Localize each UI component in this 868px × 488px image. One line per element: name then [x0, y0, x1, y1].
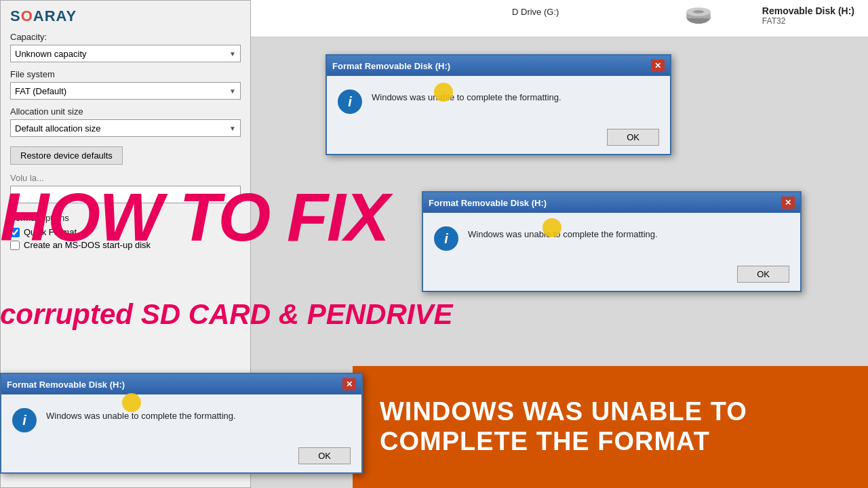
- dialog-3: Format Removable Disk (H:) ✕ i Windows w…: [0, 373, 363, 474]
- corrupted-text: corrupted SD CARD & PENDRIVE: [0, 298, 452, 331]
- banner-text: WINDOWS WAS UNABLE TO COMPLETE THE FORMA…: [380, 397, 747, 456]
- dialog-2-footer: OK: [423, 260, 800, 291]
- dialog-1-message: Windows was unable to complete the forma…: [372, 89, 561, 102]
- dialog-3-ok-button[interactable]: OK: [298, 447, 351, 464]
- svg-point-3: [693, 10, 704, 14]
- banner-line2: COMPLETE THE FORMAT: [380, 427, 710, 455]
- capacity-dropdown[interactable]: Unknown capacity ▼: [10, 45, 241, 62]
- cursor-2: [542, 218, 561, 237]
- dialog-2-close-button[interactable]: ✕: [781, 197, 795, 209]
- dialog-1-footer: OK: [327, 123, 670, 154]
- disk-icon: [685, 7, 712, 27]
- dialog-2-info-icon: i: [434, 226, 458, 251]
- filesystem-dropdown[interactable]: FAT (Default) ▼: [10, 82, 241, 100]
- dialog-3-titlebar: Format Removable Disk (H:) ✕: [1, 374, 361, 394]
- disk-h-name: Removable Disk (H:): [762, 5, 854, 16]
- cursor-3: [122, 393, 141, 412]
- bottom-banner: WINDOWS WAS UNABLE TO COMPLETE THE FORMA…: [353, 366, 868, 488]
- dialog-3-body: i Windows was unable to complete the for…: [1, 394, 361, 442]
- dialog-1-titlebar: Format Removable Disk (H:) ✕: [327, 56, 670, 76]
- disk-h-info: Removable Disk (H:) FAT32: [762, 5, 854, 26]
- dialog-3-close-button[interactable]: ✕: [342, 378, 356, 390]
- cursor-1: [434, 83, 453, 102]
- dialog-2: Format Removable Disk (H:) ✕ i Windows w…: [422, 191, 802, 292]
- allocation-dropdown[interactable]: Default allocation size ▼: [10, 119, 241, 137]
- dialog-3-title: Format Removable Disk (H:): [7, 380, 125, 390]
- dialog-1-close-button[interactable]: ✕: [651, 60, 665, 72]
- dialog-2-titlebar: Format Removable Disk (H:) ✕: [423, 192, 800, 213]
- filesystem-value: FAT (Default): [15, 86, 66, 96]
- dialog-1-body: i Windows was unable to complete the for…: [327, 76, 670, 123]
- dialog-2-title: Format Removable Disk (H:): [429, 198, 547, 208]
- logo-text: SOARAY: [10, 7, 77, 25]
- g-drive-label: D Drive (G:): [512, 7, 559, 17]
- disk-info-bar: D Drive (G:) Removable Disk (H:) FAT32: [251, 0, 868, 37]
- dialog-3-footer: OK: [1, 442, 361, 472]
- capacity-value: Unknown capacity: [15, 49, 87, 59]
- allocation-dropdown-arrow: ▼: [229, 125, 236, 132]
- dialog-2-message: Windows was unable to complete the forma…: [468, 226, 658, 239]
- dialog-3-message: Windows was unable to complete the forma…: [46, 408, 236, 421]
- capacity-label: Capacity:: [10, 32, 241, 42]
- disk-h-fs: FAT32: [762, 16, 854, 26]
- banner-line1: WINDOWS WAS UNABLE TO: [380, 397, 747, 426]
- dialog-1-info-icon: i: [338, 89, 362, 114]
- logo-area: SOARAY: [10, 7, 241, 25]
- dialog-1-ok-button[interactable]: OK: [607, 129, 659, 146]
- dialog-1-title: Format Removable Disk (H:): [332, 61, 450, 71]
- dialog-2-ok-button[interactable]: OK: [737, 266, 789, 283]
- how-to-fix-text: HOW TO FIX: [0, 183, 389, 251]
- dialog-3-info-icon: i: [12, 408, 37, 432]
- filesystem-label: File system: [10, 69, 241, 79]
- dialog-1: Format Removable Disk (H:) ✕ i Windows w…: [326, 54, 671, 155]
- dialog-2-body: i Windows was unable to complete the for…: [423, 213, 800, 260]
- allocation-label: Allocation unit size: [10, 106, 241, 117]
- filesystem-dropdown-arrow: ▼: [229, 87, 236, 95]
- restore-defaults-button[interactable]: Restore device defaults: [10, 146, 123, 165]
- allocation-value: Default allocation size: [15, 123, 100, 134]
- capacity-dropdown-arrow: ▼: [229, 50, 236, 58]
